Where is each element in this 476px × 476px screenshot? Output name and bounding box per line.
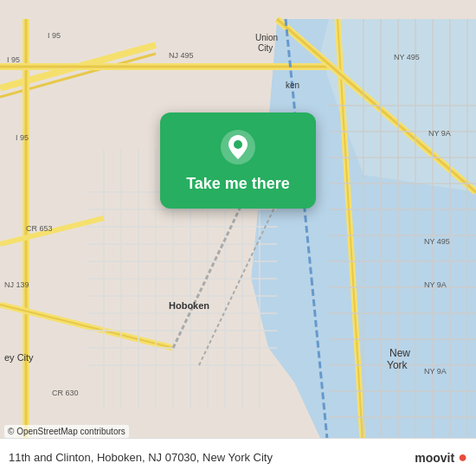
moovit-dot-icon: ● <box>458 448 467 466</box>
bottom-bar: 11th and Clinton, Hoboken, NJ 07030, New… <box>0 438 476 476</box>
svg-point-83 <box>234 140 242 149</box>
moovit-logo: moovit ● <box>415 448 467 466</box>
svg-text:CR 653: CR 653 <box>26 224 53 233</box>
svg-text:NY 9A: NY 9A <box>424 280 447 289</box>
svg-text:NY 9A: NY 9A <box>424 367 447 376</box>
svg-text:I 95: I 95 <box>48 31 61 40</box>
svg-text:CR 630: CR 630 <box>52 389 79 397</box>
osm-attribution: © OpenStreetMap contributors <box>4 425 129 438</box>
svg-text:ey City: ey City <box>4 352 34 363</box>
svg-text:Hoboken: Hoboken <box>169 300 209 311</box>
location-pin-icon <box>219 128 257 166</box>
take-me-there-button[interactable]: Take me there <box>186 175 290 193</box>
svg-text:Union: Union <box>255 33 278 42</box>
address-text: 11th and Clinton, Hoboken, NJ 07030, New… <box>9 451 415 464</box>
svg-text:York: York <box>387 359 408 371</box>
location-overlay-card: Take me there <box>160 113 316 209</box>
svg-text:NY 9A: NY 9A <box>428 129 451 138</box>
svg-text:City: City <box>258 43 273 53</box>
svg-text:I 95: I 95 <box>16 133 29 142</box>
map-container: I 95 I 95 NJ 495 NY 495 NY 9A NY 495 NY … <box>0 0 476 476</box>
moovit-logo-text: moovit <box>415 451 454 465</box>
svg-text:NJ 495: NJ 495 <box>169 51 194 60</box>
svg-text:NY 495: NY 495 <box>394 53 420 61</box>
map-background: I 95 I 95 NJ 495 NY 495 NY 9A NY 495 NY … <box>0 0 476 476</box>
svg-text:I 95: I 95 <box>7 55 20 64</box>
svg-text:NJ 139: NJ 139 <box>4 280 29 289</box>
svg-text:New: New <box>389 347 410 359</box>
svg-text:ken: ken <box>286 80 299 90</box>
svg-text:NY 495: NY 495 <box>424 237 450 246</box>
